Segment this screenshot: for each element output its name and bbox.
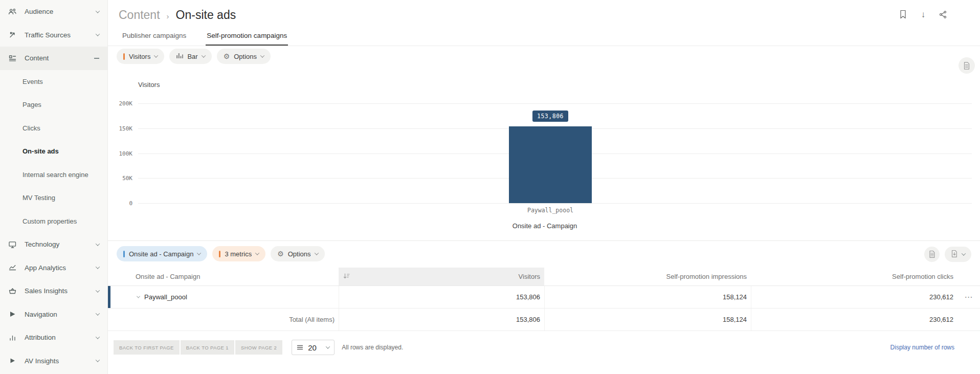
tab-self-promotion-campaigns[interactable]: Self-promotion campaigns <box>206 32 288 46</box>
header-actions: ↓ <box>898 9 980 20</box>
table-controls: Onsite ad - Campaign 3 metrics ⚙ Options <box>117 246 325 261</box>
metrics-selector-label: 3 metrics <box>225 250 252 258</box>
sidebar-item-label: Technology <box>25 240 59 248</box>
sidebar-item-traffic-sources[interactable]: Traffic Sources <box>0 24 107 47</box>
y-axis-tick: 0 <box>129 200 132 207</box>
table-row[interactable]: Paywall_poool 153,806 158,124 230,612 ⋯ <box>108 286 980 309</box>
app-analytics-icon <box>8 263 17 272</box>
y-axis-tick: 200K <box>119 100 133 107</box>
table-options-label: Options <box>288 250 311 258</box>
table-report-button[interactable] <box>924 247 940 262</box>
chevron-down-icon <box>326 344 330 348</box>
x-axis-tick: Paywall_poool <box>509 207 592 214</box>
gridline <box>138 103 972 104</box>
gear-icon: ⚙ <box>224 53 230 60</box>
chevron-down-icon <box>96 312 100 316</box>
sidebar-item-label: Custom properties <box>23 217 77 225</box>
chevron-down-icon <box>962 251 966 255</box>
collapse-icon <box>94 58 99 59</box>
export-button[interactable] <box>945 247 971 262</box>
column-header-visitors[interactable]: Visitors <box>339 268 544 285</box>
chevron-down-icon <box>154 53 158 57</box>
chart-type-label: Bar <box>187 53 197 60</box>
sidebar-item-label: Sales Insights <box>25 287 68 295</box>
chevron-down-icon <box>96 288 100 292</box>
column-header-impressions[interactable]: Self-promotion impressions <box>544 268 751 285</box>
table-options-button[interactable]: ⚙ Options <box>271 246 324 261</box>
sidebar-item-audience[interactable]: Audience <box>0 0 107 24</box>
row-label: Paywall_poool <box>144 293 187 301</box>
sidebar-item-events[interactable]: Events <box>0 70 107 94</box>
chevron-down-icon <box>96 358 100 362</box>
y-axis-tick: 150K <box>119 125 133 131</box>
chart-bar[interactable] <box>509 126 592 203</box>
share-icon[interactable] <box>938 9 947 19</box>
chevron-down-icon <box>96 241 100 246</box>
dimension-selector[interactable]: Onsite ad - Campaign <box>117 246 207 261</box>
breadcrumb-parent[interactable]: Content <box>119 8 160 22</box>
sidebar-item-custom-properties[interactable]: Custom properties <box>0 210 107 233</box>
chevron-down-icon[interactable] <box>137 295 140 298</box>
chart-options-button[interactable]: ⚙ Options <box>217 49 271 64</box>
column-header-clicks[interactable]: Self-promotion clicks <box>751 268 957 285</box>
sidebar-item-navigation[interactable]: Navigation <box>0 303 107 326</box>
chevron-down-icon <box>201 53 205 57</box>
page-title: On-site ads <box>176 8 236 22</box>
table-actions <box>924 247 971 262</box>
column-header-dimension[interactable]: Onsite ad - Campaign <box>108 268 339 285</box>
sidebar-item-label: Traffic Sources <box>25 31 71 39</box>
total-visitors-value: 153,806 <box>339 309 544 331</box>
rows-per-page-select[interactable]: 20 <box>292 340 335 355</box>
back-to-first-page-button[interactable]: BACK TO FIRST PAGE <box>114 340 180 355</box>
chart-report-button[interactable] <box>959 57 975 74</box>
table-header-row: Onsite ad - Campaign Visitors Self-promo… <box>108 268 980 286</box>
metric-selector[interactable]: Visitors <box>117 49 164 64</box>
tab-bar: Publisher campaigns Self-promotion campa… <box>121 32 288 46</box>
sidebar-item-label: Audience <box>25 8 53 15</box>
sidebar-item-label: Navigation <box>25 311 57 318</box>
sidebar-item-on-site-ads[interactable]: On-site ads <box>0 140 107 163</box>
sidebar-item-sales-insights[interactable]: Sales Insights <box>0 279 107 303</box>
chart-plot-area: 200K 150K 100K 50K 0 153,806 Paywall_poo… <box>138 103 972 203</box>
total-impressions-value: 158,124 <box>544 309 751 331</box>
kebab-menu-icon[interactable]: ⋯ <box>965 293 973 301</box>
chart-controls: Visitors Bar ⚙ Options <box>117 49 271 64</box>
table-section: Onsite ad - Campaign 3 metrics ⚙ Options <box>108 240 980 374</box>
chevron-down-icon <box>96 335 100 339</box>
total-clicks-value: 230,612 <box>751 309 957 331</box>
tab-publisher-campaigns[interactable]: Publisher campaigns <box>121 32 187 46</box>
sidebar-item-content[interactable]: Content <box>0 47 107 70</box>
chart-x-axis-title: Onsite ad - Campaign <box>491 222 598 230</box>
dimension-color-tick-icon <box>123 251 125 257</box>
export-file-icon <box>951 250 958 259</box>
sidebar-item-pages[interactable]: Pages <box>0 93 107 117</box>
content-icon <box>8 54 17 63</box>
sidebar-item-mv-testing[interactable]: MV Testing <box>0 186 107 210</box>
row-dimension-cell[interactable]: Paywall_poool <box>108 286 339 308</box>
chevron-down-icon <box>197 251 201 255</box>
sort-desc-icon[interactable] <box>343 272 350 281</box>
bar-chart-icon <box>176 52 183 60</box>
bar-value-badge: 153,806 <box>532 111 568 122</box>
sidebar-item-technology[interactable]: Technology <box>0 233 107 256</box>
metrics-selector[interactable]: 3 metrics <box>212 246 265 261</box>
chart-type-selector[interactable]: Bar <box>169 49 211 64</box>
sidebar-item-label: On-site ads <box>23 147 59 155</box>
sidebar-item-app-analytics[interactable]: App Analytics <box>0 256 107 280</box>
chevron-down-icon <box>255 251 259 255</box>
row-impressions-value: 158,124 <box>544 286 751 308</box>
back-to-page-1-button[interactable]: BACK TO PAGE 1 <box>181 340 234 355</box>
sidebar-item-internal-search-engine[interactable]: Internal search engine <box>0 163 107 187</box>
download-icon[interactable]: ↓ <box>919 9 928 19</box>
sidebar-item-attribution[interactable]: Attribution <box>0 326 107 349</box>
sidebar-item-label: Internal search engine <box>23 171 88 179</box>
sidebar-item-av-insights[interactable]: AV Insights <box>0 349 107 373</box>
bookmark-icon[interactable] <box>898 9 907 19</box>
gridline <box>138 203 972 204</box>
sidebar-item-clicks[interactable]: Clicks <box>0 117 107 140</box>
show-page-2-button[interactable]: SHOW PAGE 2 <box>235 340 282 355</box>
row-actions-cell: ⋯ <box>957 286 980 308</box>
sidebar-item-label: Content <box>25 54 49 62</box>
display-number-of-rows-link[interactable]: Display number of rows <box>890 344 954 351</box>
column-header-label: Visitors <box>519 273 540 280</box>
